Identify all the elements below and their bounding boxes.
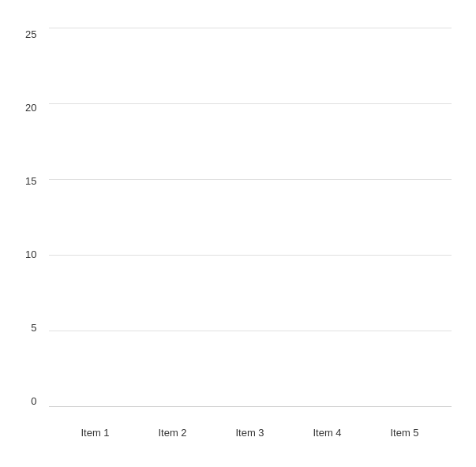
x-label-item3: Item 3: [212, 427, 289, 439]
x-axis-labels: Item 1 Item 2 Item 3 Item 4 Item 5: [49, 427, 452, 439]
y-label-20: 20: [13, 102, 37, 114]
x-label-item4: Item 4: [289, 427, 366, 439]
bars-area: [49, 28, 452, 407]
y-label-5: 5: [13, 322, 37, 334]
y-axis-labels: 0 5 10 15 20 25: [13, 28, 37, 407]
x-label-item2: Item 2: [134, 427, 212, 439]
x-label-item5: Item 5: [366, 427, 444, 439]
x-label-item1: Item 1: [57, 427, 134, 439]
y-label-25: 25: [13, 28, 37, 40]
chart-area: 0 5 10 15 20 25: [49, 28, 452, 407]
baseline: [49, 406, 452, 407]
chart-container: 0 5 10 15 20 25: [9, 13, 467, 454]
y-label-0: 0: [13, 395, 37, 407]
y-label-10: 10: [13, 248, 37, 260]
y-label-15: 15: [13, 175, 37, 187]
